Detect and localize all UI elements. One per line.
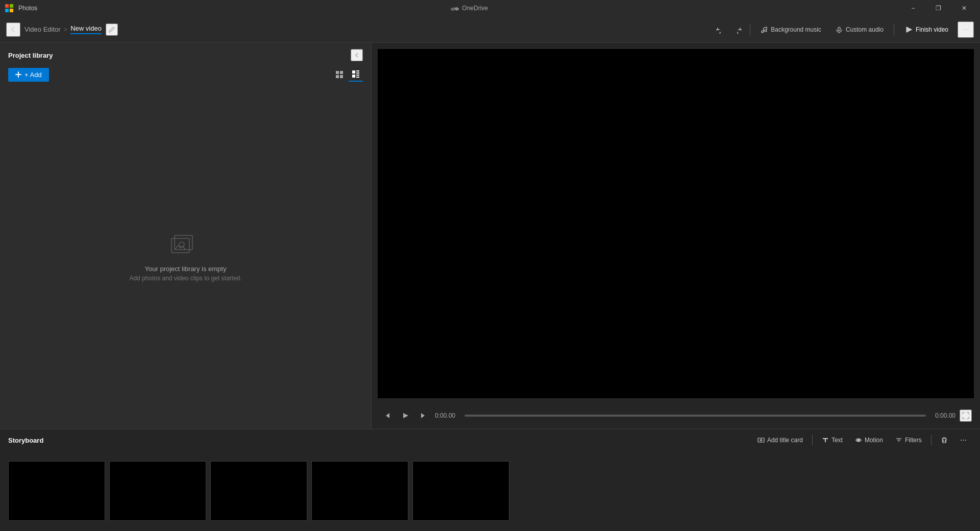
right-panel: 0:00.00 0:00.00 [372,43,980,429]
storyboard-actions: Add title card Text Motion [752,433,972,447]
project-title: New video [70,25,102,34]
storyboard-clip-2[interactable] [109,461,206,521]
progress-bar[interactable] [464,415,926,417]
redo-button[interactable] [729,21,746,38]
library-header: Project library [0,43,371,65]
storyboard-clip-1[interactable] [8,461,105,521]
skip-back-button[interactable] [380,408,394,423]
motion-button[interactable]: Motion [850,435,888,446]
undo-redo-group [712,21,746,38]
svg-point-4 [451,8,455,11]
breadcrumb-video-editor[interactable]: Video Editor [24,26,61,33]
svg-rect-17 [352,75,355,78]
svg-point-7 [765,30,767,32]
add-button[interactable]: + Add [8,68,49,82]
empty-library-title: Your project library is empty [145,265,227,273]
storyboard-panel: Storyboard Add title card Text [0,429,980,531]
filters-button[interactable]: Filters [890,435,927,446]
back-button[interactable] [6,22,20,37]
svg-rect-2 [5,9,9,12]
onedrive-area: OneDrive [451,5,488,12]
library-toolbar: + Add [0,65,371,86]
toolbar: Video Editor > New video [0,16,980,43]
video-preview-area[interactable] [378,49,974,398]
motion-label: Motion [865,437,883,444]
toolbar-separator-2 [894,23,894,36]
title-bar-left: Photos [4,3,37,13]
close-button[interactable]: ✕ [952,0,976,16]
library-title: Project library [8,52,53,59]
add-label: + Add [24,71,42,79]
finish-video-button[interactable]: Finish video [898,23,955,36]
app-title: Photos [18,5,37,12]
svg-rect-8 [838,27,840,31]
text-button[interactable]: Text [817,435,848,446]
time-end: 0:00.00 [930,412,955,419]
svg-rect-10 [336,71,339,74]
background-music-label: Background music [771,26,821,33]
skip-forward-button[interactable] [416,408,431,423]
play-button[interactable] [398,408,412,423]
toolbar-separator-1 [750,23,750,36]
restore-button[interactable]: ❐ [927,0,950,16]
collapse-button[interactable] [351,49,363,61]
storyboard-clip-3[interactable] [210,461,307,521]
more-dots: ··· [962,25,969,34]
svg-rect-19 [356,77,359,78]
video-preview [378,49,974,398]
svg-point-22 [179,242,184,247]
onedrive-label: OneDrive [462,5,488,12]
svg-rect-0 [5,4,9,8]
filters-label: Filters [905,437,922,444]
finish-video-label: Finish video [916,26,948,33]
title-bar: Photos OneDrive − ❐ ✕ [0,0,980,16]
svg-rect-18 [356,75,359,76]
svg-point-5 [455,8,459,11]
add-title-card-button[interactable]: Add title card [752,435,808,446]
storyboard-header: Storyboard Add title card Text [0,429,980,451]
storyboard-sep-2 [931,435,932,445]
storyboard-sep-1 [812,435,813,445]
undo-button[interactable] [712,21,728,38]
custom-audio-label: Custom audio [846,26,884,33]
list-view-button[interactable] [349,67,363,82]
playback-controls: 0:00.00 0:00.00 [372,404,980,429]
custom-audio-button[interactable]: Custom audio [829,23,890,36]
svg-rect-1 [10,4,13,8]
svg-rect-14 [352,70,355,74]
title-bar-right: − ❐ ✕ [901,0,976,16]
rename-button[interactable] [106,23,118,36]
svg-point-26 [857,439,860,441]
more-options-button[interactable]: ··· [958,21,974,38]
svg-rect-12 [336,75,339,78]
view-toggles [332,67,363,82]
grid-view-button[interactable] [332,67,347,82]
app-icon [4,3,14,13]
empty-library-icon [170,233,201,259]
svg-rect-15 [356,70,359,71]
fullscreen-button[interactable] [960,409,972,422]
svg-rect-13 [340,75,343,78]
delete-button[interactable] [936,435,953,446]
left-panel: Project library + Add [0,43,372,429]
svg-rect-16 [356,73,359,74]
toolbar-right: Background music Custom audio Finish vid… [712,21,974,38]
storyboard-content [0,451,980,531]
storyboard-more-button[interactable]: ··· [955,433,972,447]
library-content: Your project library is empty Add photos… [0,86,371,429]
time-start: 0:00.00 [435,412,460,419]
empty-library-subtitle: Add photos and video clips to get starte… [129,275,241,282]
storyboard-clip-4[interactable] [311,461,408,521]
breadcrumb-separator: > [64,26,68,33]
text-label: Text [831,437,843,444]
background-music-button[interactable]: Background music [754,23,827,36]
main-area: Project library + Add [0,43,980,429]
breadcrumb: Video Editor > New video [24,25,102,34]
add-title-card-label: Add title card [767,437,803,444]
storyboard-clip-5[interactable] [412,461,509,521]
svg-rect-3 [10,9,13,12]
storyboard-title: Storyboard [8,437,43,444]
svg-rect-11 [340,71,343,74]
minimize-button[interactable]: − [901,0,925,16]
